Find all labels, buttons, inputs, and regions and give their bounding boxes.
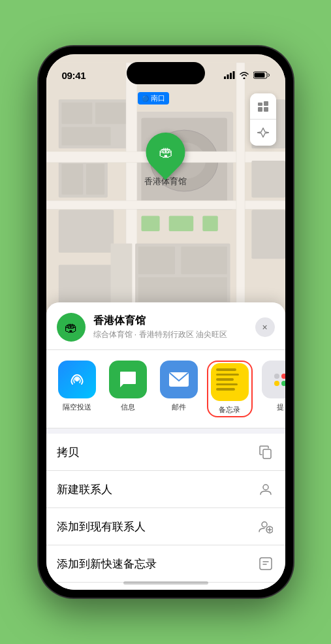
svg-rect-0: [224, 76, 226, 79]
location-button[interactable]: [250, 120, 276, 146]
svg-rect-2: [230, 73, 232, 80]
svg-point-42: [263, 485, 268, 490]
notes-line-2: [216, 374, 240, 376]
action-add-notes[interactable]: 添加到新快速备忘录: [46, 545, 285, 583]
dynamic-island: [127, 62, 205, 84]
more-dot: [274, 374, 279, 379]
svg-rect-3: [232, 71, 234, 79]
share-mail[interactable]: 邮件: [156, 361, 202, 417]
svg-rect-37: [258, 107, 262, 112]
svg-rect-45: [260, 558, 272, 570]
svg-rect-10: [61, 127, 110, 145]
copy-label: 拷贝: [57, 445, 79, 460]
notes-icon-container: [211, 363, 249, 401]
stadium-icon: 🏟: [159, 144, 173, 161]
more-dot: [281, 381, 285, 386]
home-indicator: [123, 581, 208, 585]
more-dots-row1: [274, 374, 285, 379]
notes-line-4: [216, 383, 238, 386]
svg-rect-35: [258, 103, 262, 106]
svg-rect-33: [138, 277, 227, 302]
share-messages[interactable]: 信息: [105, 361, 151, 417]
mail-icon-container: [160, 361, 198, 398]
svg-rect-22: [236, 63, 244, 320]
notes-line-5: [216, 388, 235, 391]
svg-rect-5: [254, 73, 264, 78]
svg-rect-8: [61, 103, 92, 124]
map-pin-container: 🏟 香港体育馆: [144, 133, 187, 187]
svg-rect-41: [263, 449, 271, 459]
notes-label: 备忘录: [219, 405, 240, 415]
sheet-header: 🏟 香港体育馆 综合体育馆 · 香港特别行政区 油尖旺区 ×: [46, 302, 285, 350]
svg-rect-14: [58, 210, 113, 253]
messages-label: 信息: [121, 402, 135, 412]
share-notes[interactable]: 备忘录: [207, 361, 253, 417]
svg-rect-24: [168, 216, 193, 231]
svg-rect-31: [138, 246, 174, 274]
map-icon: [257, 100, 270, 113]
svg-rect-32: [181, 246, 227, 274]
svg-rect-28: [251, 210, 285, 259]
share-more[interactable]: 提: [258, 361, 285, 417]
svg-rect-1: [227, 74, 229, 79]
action-list: 拷贝 新建联系人: [46, 434, 285, 590]
more-dot: [274, 381, 279, 386]
add-notes-label: 添加到新快速备忘录: [57, 556, 157, 572]
close-button[interactable]: ×: [255, 317, 275, 337]
more-icon-container: [262, 361, 285, 398]
svg-rect-21: [46, 201, 285, 209]
status-time: 09:41: [62, 70, 86, 81]
notes-line-3: [216, 378, 234, 381]
airdrop-label: 隔空投送: [63, 402, 91, 412]
map-area: 🔵 南口: [46, 54, 285, 329]
copy-icon: [257, 443, 275, 461]
more-label: 提: [277, 402, 284, 412]
share-airdrop[interactable]: 隔空投送: [54, 361, 100, 417]
map-pin: 🏟: [138, 125, 193, 180]
mail-icon: [168, 372, 189, 387]
venue-icon: 🏟: [57, 313, 86, 342]
mail-label: 邮件: [172, 402, 186, 412]
add-notes-icon: [257, 555, 275, 573]
svg-point-43: [262, 522, 267, 527]
airdrop-icon-container: [58, 361, 96, 398]
svg-rect-12: [61, 164, 83, 195]
add-existing-label: 添加到现有联系人: [57, 519, 146, 534]
svg-rect-36: [264, 101, 268, 106]
svg-rect-23: [141, 216, 159, 231]
add-existing-icon: [257, 517, 275, 536]
svg-rect-13: [86, 164, 104, 195]
wifi-icon: [239, 71, 249, 79]
svg-rect-34: [110, 244, 132, 305]
signal-icon: [224, 71, 235, 79]
status-icons: [224, 71, 270, 79]
airdrop-icon: [67, 370, 87, 389]
map-venue-label: 🔵 南口: [138, 92, 169, 105]
action-add-existing[interactable]: 添加到现有联系人: [46, 508, 285, 545]
venue-info: 香港体育馆 综合体育馆 · 香港特别行政区 油尖旺区: [93, 314, 247, 340]
svg-rect-25: [202, 216, 217, 231]
venue-name: 香港体育馆: [93, 314, 247, 328]
new-contact-label: 新建联系人: [57, 482, 112, 497]
action-copy[interactable]: 拷贝: [46, 434, 285, 471]
battery-icon: [253, 71, 270, 79]
bottom-sheet: 🏟 香港体育馆 综合体育馆 · 香港特别行政区 油尖旺区 ×: [46, 302, 285, 590]
venue-description: 综合体育馆 · 香港特别行政区 油尖旺区: [93, 329, 247, 340]
location-icon: [257, 127, 269, 138]
svg-rect-27: [251, 161, 285, 197]
action-new-contact[interactable]: 新建联系人: [46, 471, 285, 508]
phone-frame: 09:41: [39, 46, 293, 598]
messages-icon-container: [109, 361, 147, 398]
svg-rect-9: [95, 103, 129, 124]
share-row: 隔空投送 信息: [46, 350, 285, 428]
more-dot: [281, 374, 285, 379]
messages-icon: [118, 370, 138, 389]
svg-point-39: [75, 378, 79, 381]
phone-screen: 09:41: [46, 54, 285, 590]
more-dots-row2: [274, 381, 285, 386]
map-controls: [250, 93, 276, 146]
notes-line-1: [216, 368, 237, 371]
map-view-button[interactable]: [250, 93, 276, 120]
new-contact-icon: [257, 480, 275, 498]
svg-rect-38: [264, 107, 268, 112]
